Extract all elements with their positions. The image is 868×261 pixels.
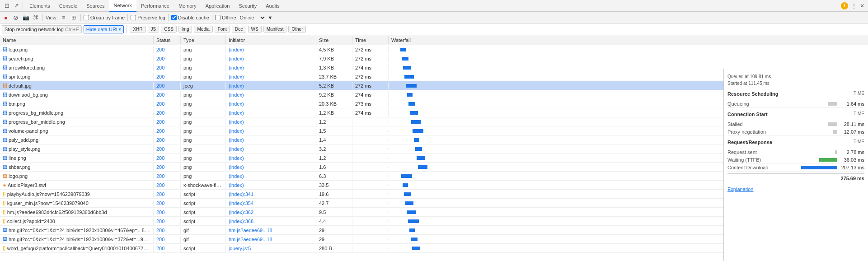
tab-sources[interactable]: Sources: [82, 0, 109, 12]
disable-cache-label[interactable]: Disable cache: [171, 15, 209, 20]
throttle-select[interactable]: Online Fast 3G Slow 3G Offline: [238, 14, 266, 21]
cell-initiator: (index):354: [226, 200, 316, 207]
stalled-label: Stalled: [727, 121, 783, 127]
cell-size: 1.2: [316, 154, 352, 162]
tab-application[interactable]: Application: [201, 0, 235, 12]
tab-audits[interactable]: Audits: [261, 0, 284, 12]
initiator-link[interactable]: (index): [229, 137, 244, 143]
filter-css-btn[interactable]: CSS: [161, 26, 177, 33]
filter-manifest-btn[interactable]: Manifest: [263, 26, 287, 33]
hide-data-urls-btn[interactable]: Hide data URLs: [84, 25, 124, 33]
filter-js-btn[interactable]: JS: [148, 26, 160, 33]
dock-icon[interactable]: ⊡: [2, 2, 12, 9]
stop-recording-button[interactable]: ⊘: [12, 14, 20, 22]
initiator-link[interactable]: (index): [229, 56, 244, 61]
file-type-icon: 🖼: [3, 110, 7, 115]
preserve-log-checkbox[interactable]: [131, 15, 136, 20]
initiator-link[interactable]: (index): [229, 74, 244, 79]
file-name-text: play_style.png: [9, 146, 40, 152]
initiator-link[interactable]: (index):341: [229, 191, 253, 197]
initiator-link[interactable]: (index): [229, 173, 244, 179]
initiator-link[interactable]: (index): [229, 65, 244, 70]
file-name-text: word_gefuqu2platform=pc8callback=Query01…: [7, 246, 150, 251]
table-row[interactable]: 🖼 logo.png 200 png (index) 4.5 KB 272 ms: [0, 45, 868, 54]
cell-initiator: (index):341: [226, 191, 316, 198]
initiator-link[interactable]: hm.js?aedee69...18: [229, 237, 272, 242]
file-type-icon: 🖼: [3, 83, 7, 88]
col-header-waterfall[interactable]: Waterfall: [389, 36, 868, 44]
file-name-text: btn.png: [9, 101, 25, 107]
cell-initiator: (index):368: [226, 218, 316, 225]
filter-img-btn[interactable]: Img: [178, 26, 192, 33]
proxy-bar-container: [783, 130, 838, 134]
close-devtools-icon[interactable]: ✕: [860, 3, 864, 9]
screenshot-button[interactable]: 📷: [22, 14, 30, 22]
undock-icon[interactable]: ↗: [12, 2, 21, 9]
initiator-link[interactable]: (index):368: [229, 219, 253, 224]
cell-name: 🖼 shbar.png: [0, 163, 154, 171]
initiator-link[interactable]: (index):354: [229, 200, 253, 206]
filter-button[interactable]: ⌘: [32, 14, 40, 22]
group-by-frame-label[interactable]: Group by frame: [84, 15, 125, 20]
initiator-link[interactable]: (index): [229, 155, 244, 161]
cell-type: jpeg: [181, 82, 226, 89]
cell-type: png: [181, 91, 226, 98]
filter-font-btn[interactable]: Font: [215, 26, 230, 33]
col-header-name[interactable]: Name: [0, 36, 154, 44]
cell-type: png: [181, 154, 226, 162]
initiator-link[interactable]: (index): [229, 47, 244, 52]
initiator-link[interactable]: (index): [229, 119, 244, 125]
tab-console[interactable]: Console: [55, 0, 82, 12]
filter-doc-btn[interactable]: Doc: [232, 26, 246, 33]
disable-cache-checkbox[interactable]: [171, 15, 177, 20]
col-header-time[interactable]: Time: [352, 36, 389, 44]
cell-size: 33.5: [316, 182, 352, 189]
waterfall-bar: [411, 120, 421, 124]
initiator-link[interactable]: (index): [229, 83, 244, 89]
cell-status: 200: [154, 191, 181, 198]
col-header-initiator[interactable]: Initiator: [226, 36, 316, 44]
tab-elements[interactable]: Elements: [25, 0, 55, 12]
col-header-status[interactable]: Status: [154, 36, 181, 44]
initiator-link[interactable]: (index): [229, 182, 244, 188]
initiator-link[interactable]: (index):362: [229, 210, 253, 215]
preserve-log-label[interactable]: Preserve log: [131, 15, 165, 20]
offline-label[interactable]: Offline: [215, 15, 236, 20]
filter-other-btn[interactable]: Other: [288, 26, 306, 33]
col-header-size[interactable]: Size: [316, 36, 352, 44]
tab-memory[interactable]: Memory: [174, 0, 201, 12]
cell-type: script: [181, 209, 226, 216]
file-type-icon: 🖼: [3, 128, 7, 133]
initiator-link[interactable]: (index): [229, 92, 244, 98]
tab-performance[interactable]: Performance: [136, 0, 174, 12]
view-list-icon[interactable]: ≡: [60, 14, 68, 22]
cell-status: 200: [154, 82, 181, 89]
filter-ws-btn[interactable]: WS: [248, 26, 262, 33]
filter-xhr-btn[interactable]: XHR: [130, 26, 145, 33]
cell-type: png: [181, 163, 226, 171]
warning-badge[interactable]: 1: [841, 2, 848, 9]
initiator-link[interactable]: (index): [229, 164, 244, 170]
filter-media-btn[interactable]: Media: [194, 26, 212, 33]
explanation-link[interactable]: Explanation: [727, 186, 754, 192]
initiator-link[interactable]: (index): [229, 110, 244, 116]
col-header-type[interactable]: Type: [181, 36, 226, 44]
waiting-ttfb-value: 36.03 ms: [837, 157, 864, 163]
initiator-link[interactable]: jquery.js:5: [229, 246, 251, 251]
tab-network[interactable]: Network: [109, 0, 136, 12]
stop-recording-btn[interactable]: Stop recording network log Ctrl+E: [2, 25, 82, 33]
file-type-icon: 🖼: [3, 119, 7, 124]
initiator-link[interactable]: (index): [229, 128, 244, 134]
table-row[interactable]: 🖼 search.png 200 png (index) 7.9 KB 272 …: [0, 54, 868, 63]
record-button[interactable]: ●: [2, 14, 10, 22]
offline-checkbox[interactable]: [215, 15, 221, 20]
initiator-link[interactable]: (index): [229, 146, 244, 152]
cell-status: 200: [154, 172, 181, 180]
tab-security[interactable]: Security: [234, 0, 261, 12]
more-options-icon[interactable]: ⋮: [851, 2, 857, 9]
group-by-frame-checkbox[interactable]: [84, 15, 89, 20]
waterfall-bar: [408, 102, 415, 106]
view-grouped-icon[interactable]: ⊞: [70, 14, 78, 22]
initiator-link[interactable]: hm.js?aedee69...18: [229, 228, 272, 233]
initiator-link[interactable]: (index): [229, 101, 244, 107]
